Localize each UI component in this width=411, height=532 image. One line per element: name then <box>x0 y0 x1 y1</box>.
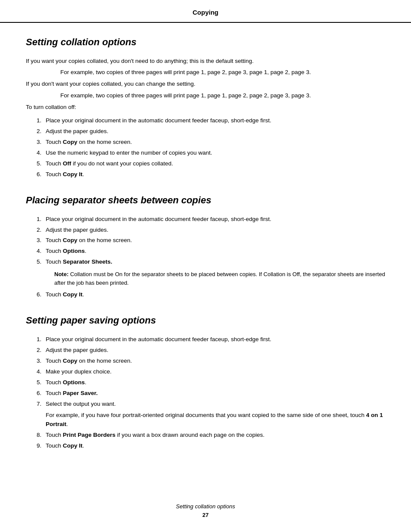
paper-saving-step-9: Touch Copy It. <box>43 442 385 451</box>
collation-step-2: Adjust the paper guides. <box>43 127 385 136</box>
section-heading-paper-saving: Setting paper saving options <box>26 313 385 327</box>
section-paper-saving-options: Setting paper saving options Place your … <box>26 313 385 451</box>
collation-example-2: For example, two copies of three pages w… <box>60 91 385 100</box>
collation-example-1: For example, two copies of three pages w… <box>60 68 385 77</box>
paper-saving-step-7: Select the output you want. For example,… <box>43 400 385 429</box>
separator-step-2: Adjust the paper guides. <box>43 226 385 235</box>
section-heading-collation: Setting collation options <box>26 35 385 49</box>
paper-saving-step-1: Place your original document in the auto… <box>43 335 385 344</box>
collation-intro-2: If you don't want your copies collated, … <box>26 80 385 89</box>
section-setting-collation-options: Setting collation options If you want yo… <box>26 35 385 179</box>
paper-saving-step-5: Touch Options. <box>43 378 385 387</box>
section-heading-separator: Placing separator sheets between copies <box>26 193 385 207</box>
note-label: Note: <box>54 271 68 277</box>
section-separator-sheets: Placing separator sheets between copies … <box>26 193 385 300</box>
paper-saving-step-2: Adjust the paper guides. <box>43 346 385 355</box>
collation-intro-3: To turn collation off: <box>26 103 385 112</box>
footer-page-number: 27 <box>0 511 411 520</box>
page-title: Copying <box>193 9 218 16</box>
page-header: Copying <box>0 0 411 23</box>
separator-note: Note: Collation must be On for the separ… <box>54 270 385 287</box>
footer-section-label: Setting collation options <box>176 503 235 510</box>
paper-saving-step-4: Make your duplex choice. <box>43 367 385 376</box>
page-footer: Setting collation options 27 <box>0 502 411 519</box>
paper-saving-step-6: Touch Paper Saver. <box>43 389 385 398</box>
separator-step-4: Touch Options. <box>43 247 385 256</box>
content-area: Setting collation options If you want yo… <box>0 35 411 491</box>
paper-saving-steps-list: Place your original document in the auto… <box>43 335 385 451</box>
separator-step-3: Touch Copy on the home screen. <box>43 236 385 245</box>
collation-steps-list: Place your original document in the auto… <box>43 116 385 179</box>
collation-step-5: Touch Off if you do not want your copies… <box>43 159 385 168</box>
separator-step-6: Touch Copy It. <box>43 290 385 299</box>
collation-intro-1: If you want your copies collated, you do… <box>26 57 385 66</box>
page-container: Copying Setting collation options If you… <box>0 0 411 532</box>
separator-step-5: Touch Separator Sheets. Note: Collation … <box>43 258 385 287</box>
paper-saving-step-8: Touch Print Page Borders if you want a b… <box>43 431 385 440</box>
collation-step-6: Touch Copy It. <box>43 170 385 179</box>
paper-saving-step-7-subpara: For example, if you have four portrait-o… <box>46 411 385 429</box>
paper-saving-step-3: Touch Copy on the home screen. <box>43 357 385 366</box>
collation-step-4: Use the numeric keypad to enter the numb… <box>43 149 385 158</box>
separator-step-1: Place your original document in the auto… <box>43 215 385 224</box>
separator-steps-list: Place your original document in the auto… <box>43 215 385 300</box>
collation-step-3: Touch Copy on the home screen. <box>43 138 385 147</box>
collation-step-1: Place your original document in the auto… <box>43 116 385 125</box>
